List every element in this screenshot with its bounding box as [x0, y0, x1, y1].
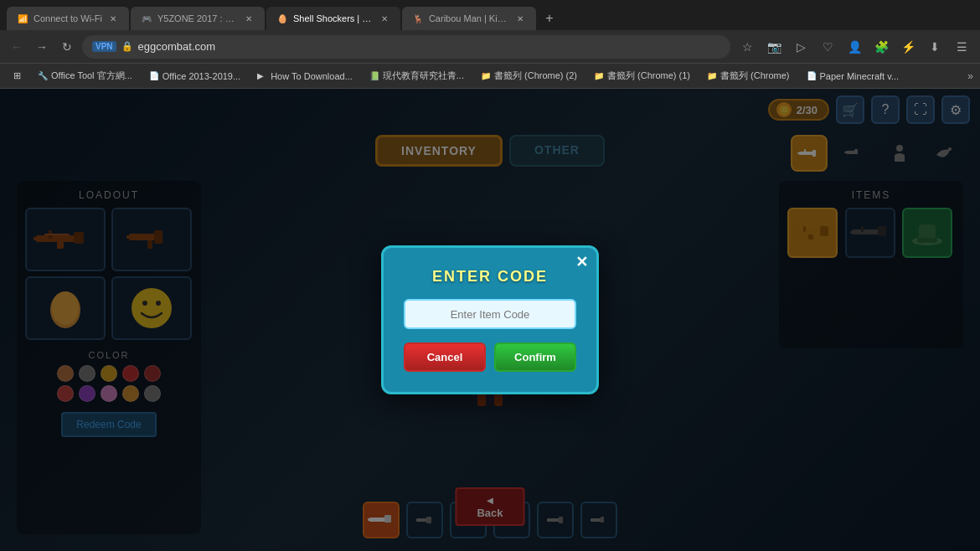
- bookmark-folder3[interactable]: 📁 書籤列 (Chrome): [700, 68, 797, 84]
- address-bar[interactable]: VPN 🔒 eggcombat.com: [82, 35, 730, 59]
- bookmark-officetool-label: Office Tool 官方網...: [51, 70, 132, 82]
- folder3-favicon: 📁: [707, 71, 717, 81]
- tab-close-wifi[interactable]: ✕: [107, 13, 119, 24]
- modal-close-button[interactable]: ✕: [575, 255, 588, 270]
- toolbar-icons: ☆ 📷 ▷ ♡ 👤 🧩 ⚡ ⬇ ☰: [735, 35, 973, 59]
- tab-favicon-wifi: 📶: [17, 13, 28, 24]
- bookmark-folder1-label: 書籤列 (Chrome) (2): [494, 70, 577, 82]
- bookmark-officetool[interactable]: 🔧 Office Tool 官方網...: [31, 68, 139, 84]
- folder2-favicon: 📁: [594, 71, 604, 81]
- modal-title: ENTER CODE: [404, 268, 576, 286]
- toolbar: ← → ↻ VPN 🔒 eggcombat.com ☆ 📷 ▷ ♡ 👤 🧩 ⚡ …: [0, 30, 980, 64]
- tab-title-caribou: Caribou Man | Kids A-Z: [429, 13, 509, 23]
- bookmark-apps-icon[interactable]: ⊞: [7, 69, 28, 83]
- howto-favicon: ▶: [257, 71, 267, 81]
- tab-wifi[interactable]: 📶 Connect to Wi-Fi ✕: [7, 7, 129, 30]
- lock-icon: 🔒: [121, 41, 133, 52]
- bookmark-folder1[interactable]: 📁 書籤列 (Chrome) (2): [474, 68, 584, 84]
- tab-favicon-shellshockers: 🥚: [276, 13, 288, 24]
- new-tab-button[interactable]: +: [538, 7, 561, 30]
- account-icon-btn[interactable]: 👤: [843, 35, 866, 59]
- screenshot-icon-btn[interactable]: 📷: [762, 35, 786, 59]
- modal-overlay: ✕ ENTER CODE Cancel Confirm: [0, 89, 980, 551]
- tab-caribou[interactable]: 🦌 Caribou Man | Kids A-Z ✕: [402, 7, 536, 30]
- bookmark-modern-label: 現代教育研究社青...: [383, 70, 464, 82]
- url-text: eggcombat.com: [138, 40, 216, 53]
- tab-close-y5zone[interactable]: ✕: [243, 13, 255, 24]
- folder1-favicon: 📁: [481, 71, 491, 81]
- bookmark-folder2-label: 書籤列 (Chrome) (1): [607, 70, 690, 82]
- menu-icon-btn[interactable]: ☰: [950, 35, 973, 59]
- bookmark-howto-label: How To Download...: [271, 71, 353, 81]
- bookmark-folder3-label: 書籤列 (Chrome): [720, 70, 790, 82]
- heart-icon-btn[interactable]: ♡: [816, 35, 839, 59]
- bookmarks-bar: ⊞ 🔧 Office Tool 官方網... 📄 Office 2013-201…: [0, 64, 980, 89]
- cancel-button[interactable]: Cancel: [404, 342, 486, 372]
- tab-bar: 📶 Connect to Wi-Fi ✕ 🎮 Y5ZONE 2017 : McD…: [0, 0, 980, 30]
- tab-title-wifi: Connect to Wi-Fi: [34, 13, 102, 23]
- play-icon-btn[interactable]: ▷: [789, 35, 812, 59]
- officetool-favicon: 🔧: [38, 71, 48, 81]
- bookmark-icon-btn[interactable]: ☆: [735, 35, 759, 59]
- reload-button[interactable]: ↻: [57, 37, 77, 57]
- tab-y5zone[interactable]: 🎮 Y5ZONE 2017 : McDon... ✕: [131, 7, 265, 30]
- tab-title-y5zone: Y5ZONE 2017 : McDon...: [157, 13, 238, 23]
- game-content: 🪙 2/30 🛒 ? ⛶ ⚙ INVENTORY OTHER: [0, 89, 980, 551]
- browser-frame: 📶 Connect to Wi-Fi ✕ 🎮 Y5ZONE 2017 : McD…: [0, 0, 980, 551]
- confirm-button[interactable]: Confirm: [494, 342, 576, 372]
- bookmark-howto[interactable]: ▶ How To Download...: [250, 70, 359, 83]
- office2013-favicon: 📄: [149, 71, 159, 81]
- download-icon-btn[interactable]: ⬇: [923, 35, 946, 59]
- bookmark-paper[interactable]: 📄 Paper Minecraft v...: [800, 70, 906, 83]
- tab-title-shellshockers: Shell Shockers | by Blue W...: [293, 13, 374, 23]
- tab-close-shellshockers[interactable]: ✕: [379, 13, 390, 24]
- item-code-input[interactable]: [404, 299, 576, 329]
- back-nav-button[interactable]: ←: [7, 37, 27, 57]
- modern-favicon: 📗: [369, 71, 379, 81]
- tab-favicon-caribou: 🦌: [412, 13, 424, 24]
- paper-favicon: 📄: [807, 71, 817, 81]
- enter-code-modal: ✕ ENTER CODE Cancel Confirm: [381, 245, 599, 394]
- extension-icon-btn[interactable]: 🧩: [869, 35, 893, 59]
- tab-favicon-y5zone: 🎮: [141, 13, 152, 24]
- bookmark-office2013-label: Office 2013-2019...: [162, 71, 240, 81]
- bookmark-paper-label: Paper Minecraft v...: [820, 71, 900, 81]
- tab-close-caribou[interactable]: ✕: [514, 13, 526, 24]
- apps-icon: ⊞: [13, 70, 21, 81]
- bookmark-office2013[interactable]: 📄 Office 2013-2019...: [142, 70, 247, 83]
- bookmarks-more-chevron[interactable]: »: [967, 70, 973, 82]
- lightning-icon-btn[interactable]: ⚡: [896, 35, 920, 59]
- bookmark-modern[interactable]: 📗 現代教育研究社青...: [363, 68, 471, 84]
- forward-nav-button[interactable]: →: [32, 37, 52, 57]
- vpn-badge: VPN: [92, 41, 116, 52]
- modal-buttons: Cancel Confirm: [404, 342, 576, 372]
- tab-shellshockers[interactable]: 🥚 Shell Shockers | by Blue W... ✕: [266, 7, 400, 30]
- bookmark-folder2[interactable]: 📁 書籤列 (Chrome) (1): [587, 68, 697, 84]
